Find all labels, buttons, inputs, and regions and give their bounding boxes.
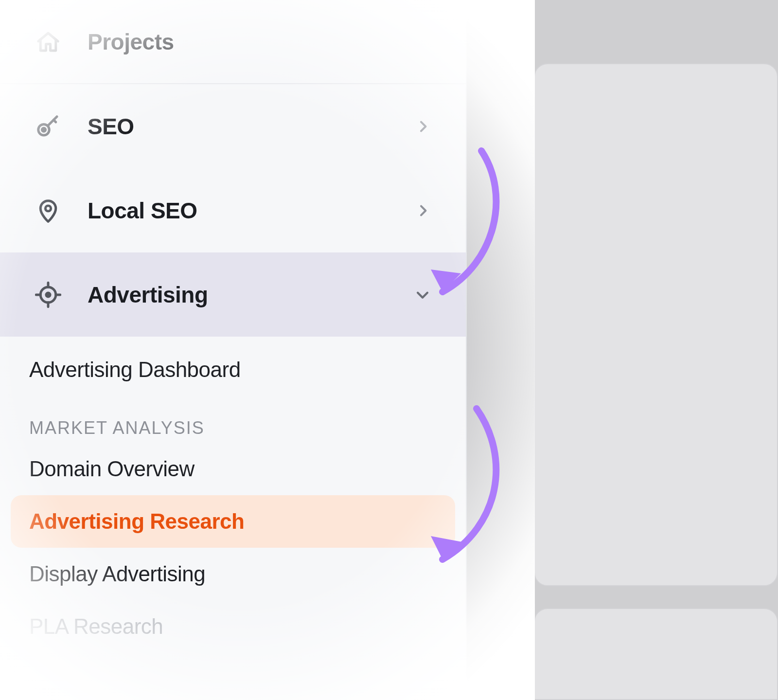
map-pin-icon xyxy=(35,197,61,224)
home-icon xyxy=(35,29,61,55)
submenu-pla-research[interactable]: PLA Research xyxy=(0,600,466,653)
submenu-advertising-dashboard[interactable]: Advertising Dashboard xyxy=(0,343,466,396)
sidebar-item-label: Advertising xyxy=(88,282,414,308)
content-card-placeholder xyxy=(534,63,778,586)
sidebar-item-advertising[interactable]: Advertising xyxy=(0,252,466,337)
sidebar-item-label: SEO xyxy=(88,113,415,140)
app-stage: Projects SEO Local SEO xyxy=(0,0,778,700)
sidebar-item-label: Projects xyxy=(88,29,431,55)
chevron-down-icon xyxy=(414,287,431,303)
key-icon xyxy=(35,113,61,140)
target-icon xyxy=(35,282,61,308)
content-card-placeholder xyxy=(534,608,778,700)
sidebar-item-label: Local SEO xyxy=(88,197,415,224)
svg-point-1 xyxy=(42,128,45,131)
sidebar-item-local-seo[interactable]: Local SEO xyxy=(0,168,466,252)
sidebar-item-projects[interactable]: Projects xyxy=(0,0,466,84)
submenu-domain-overview[interactable]: Domain Overview xyxy=(0,443,466,495)
sidebar-item-seo[interactable]: SEO xyxy=(0,84,466,168)
advertising-submenu: Advertising Dashboard MARKET ANALYSIS Do… xyxy=(0,337,466,653)
submenu-display-advertising[interactable]: Display Advertising xyxy=(0,548,466,600)
chevron-right-icon xyxy=(415,119,431,134)
svg-point-4 xyxy=(46,292,50,296)
submenu-advertising-research[interactable]: Advertising Research xyxy=(11,495,455,548)
submenu-section-heading: MARKET ANALYSIS xyxy=(0,396,466,443)
svg-point-2 xyxy=(45,205,51,211)
sidebar: Projects SEO Local SEO xyxy=(0,0,467,700)
chevron-right-icon xyxy=(415,203,431,218)
